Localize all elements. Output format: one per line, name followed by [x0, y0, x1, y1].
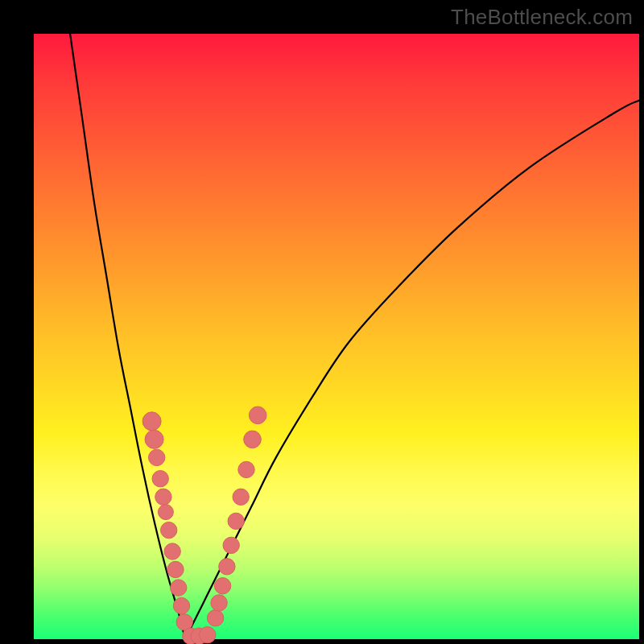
marker-dot — [149, 449, 165, 465]
marker-dot — [200, 627, 216, 643]
marker-dot — [145, 430, 163, 448]
curve-canvas — [0, 0, 644, 644]
marker-dot — [214, 578, 230, 594]
marker-dot — [228, 513, 244, 529]
marker-dot — [158, 505, 173, 520]
marker-dot — [152, 471, 168, 487]
curve-group — [70, 34, 639, 639]
marker-dot — [155, 489, 171, 505]
marker-dot — [249, 407, 266, 424]
marker-dot — [238, 461, 254, 477]
marker-dot — [223, 537, 239, 553]
marker-dot — [233, 489, 249, 505]
marker-dot — [167, 561, 184, 577]
marker-dot — [142, 412, 161, 431]
marker-dot — [244, 431, 262, 448]
marker-dot — [161, 522, 177, 538]
right-branch-path — [185, 101, 639, 639]
marker-dot — [211, 595, 227, 611]
marker-group — [142, 407, 266, 644]
marker-dot — [171, 580, 187, 596]
marker-dot — [219, 559, 235, 575]
marker-dot — [164, 543, 180, 559]
marker-dot — [207, 610, 223, 626]
chart-frame: TheBottleneck.com — [0, 0, 644, 644]
marker-dot — [173, 597, 189, 613]
